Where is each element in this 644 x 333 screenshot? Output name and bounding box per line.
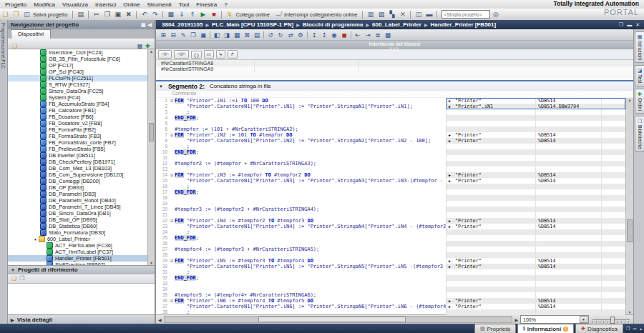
- tree-item-db-parametri-db3[interactable]: DB_Parametri [DB3]: [8, 191, 155, 197]
- tree-item-fb-prelievostrato-fb5[interactable]: FB_PrelievoStrato [FB5]: [8, 146, 155, 152]
- undo-edit-icon[interactable]: ↺: [266, 31, 275, 39]
- start-simulation-icon[interactable]: ▨: [376, 10, 386, 19]
- code-line[interactable]: 37 "Printer".CarattereN1["Printer".iN6] …: [156, 304, 446, 309]
- code-line[interactable]: 22⊟FOR "Printer".iN4 := #tempfor2 TO #te…: [156, 218, 446, 224]
- compare-blocks-icon[interactable]: ⇄: [286, 31, 295, 39]
- delete-icon[interactable]: ✖: [124, 10, 133, 19]
- code-line[interactable]: 32END_FOR;: [156, 275, 446, 281]
- search-project-icon[interactable]: ◎: [491, 10, 500, 19]
- menu-inserisci[interactable]: Inserisci: [92, 1, 119, 8]
- tree-item-act-hmitolabel-fc37[interactable]: ACT_HmiToLabel [FC37]: [8, 249, 155, 255]
- tree-item-db-com-mes-l3-db103[interactable]: DB_Com_Mes_L3 [DB103]: [8, 165, 155, 172]
- auto-collapse-icon[interactable]: ▣: [141, 22, 146, 27]
- diff-view-icon[interactable]: ✚: [145, 43, 150, 49]
- expand-all-networks-icon[interactable]: ◧: [213, 31, 221, 39]
- code-line[interactable]: 31 ;: [156, 269, 446, 275]
- fold-collapse-icon[interactable]: ⊟: [169, 298, 175, 304]
- menu-tool[interactable]: Tool: [175, 1, 193, 8]
- compile-icon[interactable]: ▦: [166, 10, 175, 19]
- reference-projects-header[interactable]: ▼ Progetti di riferimento: [8, 265, 155, 274]
- project-tree[interactable]: Inserzione_Cicli [FC24]OB_35_Filtri_Foto…: [8, 49, 155, 265]
- code-pane[interactable]: 1⊟FOR "Printer".iN1 :=1 TO 100 DO2 "Prin…: [156, 98, 446, 314]
- ladder-branch-icon[interactable]: ⊠: [243, 31, 251, 39]
- scl-code-zone[interactable]: 1⊟FOR "Printer".iN1 :=1 TO 100 DO2 "Prin…: [156, 98, 633, 314]
- print-icon[interactable]: ▤: [76, 10, 85, 19]
- menu-finestra[interactable]: Finestra: [192, 1, 220, 8]
- code-line[interactable]: 28: [156, 252, 446, 258]
- copy-icon[interactable]: ❒: [102, 10, 112, 19]
- interface-variable-row[interactable]: #NrCaratteriSTRINGA9: [156, 66, 633, 73]
- network-comment-icon[interactable]: ▤: [253, 31, 261, 39]
- code-line[interactable]: 12#tempfor2 := (#tempfor + #NrCaratteriS…: [156, 161, 446, 166]
- scroll-right-icon[interactable]: ▶: [514, 317, 518, 322]
- task-card-istruzioni[interactable]: ▦Istruzioni: [635, 31, 644, 63]
- editor-settings-icon[interactable]: ≣: [374, 31, 382, 39]
- code-line[interactable]: 24 ;: [156, 229, 446, 235]
- tree-scroll-up-icon[interactable]: ▲: [148, 49, 155, 54]
- code-line[interactable]: 10END_FOR;: [156, 149, 446, 155]
- code-line[interactable]: 38 ;: [156, 309, 446, 314]
- paste-icon[interactable]: ▣: [113, 10, 122, 19]
- zoom-dropdown-icon[interactable]: ▼: [580, 316, 587, 323]
- code-line[interactable]: 3 ;: [156, 109, 446, 115]
- code-line[interactable]: 18: [156, 195, 446, 201]
- monitoring-on-off-icon[interactable]: ◉: [330, 31, 338, 39]
- breadcrumb-item-handler-printer-fb501[interactable]: Handler_Printer [FB501]: [431, 21, 497, 28]
- tree-item-600-label-printer[interactable]: ▼600_Label_Printer: [8, 236, 155, 242]
- goto-next-icon[interactable]: ⇥: [364, 31, 372, 39]
- editor-horizontal-scrollbar[interactable]: [164, 316, 513, 323]
- breadcrumb-item-3804-20191105[interactable]: 3804_20191105: [162, 21, 203, 28]
- close-editor-icon[interactable]: ✕: [635, 22, 640, 28]
- split-editor-vertical-icon[interactable]: ▬: [424, 10, 434, 19]
- fold-collapse-icon[interactable]: ⊟: [169, 258, 175, 264]
- empty-box-icon[interactable]: ▭: [204, 50, 214, 59]
- rename-icon[interactable]: ✎: [179, 31, 187, 39]
- tree-item-fb-calciatore-fb1[interactable]: FB_Calciatore [FB1]: [8, 107, 155, 114]
- open-project-icon[interactable]: ❐: [11, 10, 21, 19]
- start-cpu-icon[interactable]: ▶: [198, 10, 208, 19]
- close-branch-icon[interactable]: ↱: [228, 50, 237, 59]
- editor-vertical-scrollbar[interactable]: ▲ ▼: [625, 98, 633, 314]
- tree-item-db-stati-op-db95[interactable]: DB_Stati_OP [DB95]: [8, 217, 155, 223]
- code-line[interactable]: 23 "Printer".CarattereN1["Printer".iN4] …: [156, 224, 446, 229]
- upload-block-icon[interactable]: ↥: [320, 31, 328, 39]
- scroll-up-icon[interactable]: ▲: [626, 98, 633, 102]
- goto-previous-icon[interactable]: ⇤: [353, 31, 362, 39]
- save-project-button[interactable]: ◫: [22, 10, 31, 19]
- float-editor-icon[interactable]: ❒: [619, 22, 623, 28]
- code-line[interactable]: 4END_FOR;: [156, 115, 446, 121]
- tree-item-shifttracking-fb502[interactable]: ShiftTracking [FB502]: [8, 262, 155, 265]
- tree-item-op-fc17[interactable]: OP [FC17]: [8, 62, 155, 69]
- statusbar-tab-diagnostica[interactable]: ✚Diagnostica: [575, 324, 623, 333]
- code-line[interactable]: 34: [156, 287, 446, 292]
- scroll-down-icon[interactable]: ▼: [626, 310, 633, 314]
- nc-contact-icon[interactable]: ⊣/⊢: [174, 50, 189, 59]
- code-line[interactable]: 8 "Printer".CarattereN1["Printer".iN2] :…: [156, 138, 446, 144]
- scroll-left-icon[interactable]: ◀: [158, 317, 162, 322]
- delete-network-icon[interactable]: ⊟: [169, 31, 177, 39]
- stop-cpu-icon[interactable]: ■: [209, 10, 218, 19]
- insert-network-icon[interactable]: ⊞: [159, 31, 167, 39]
- browse-project-input[interactable]: [441, 10, 490, 19]
- fold-collapse-icon[interactable]: ⊟: [169, 132, 175, 138]
- code-line[interactable]: 29⊟FOR "Printer".iN5 := #tempfor3 TO #te…: [156, 258, 446, 264]
- details-view-bar[interactable]: ▶ Vista dettagli: [8, 314, 155, 324]
- code-line[interactable]: 36⊟FOR "Printer".iN6 := #tempfor4 TO #te…: [156, 298, 446, 304]
- editor-help-icon[interactable]: ▩: [384, 31, 392, 39]
- portal-view-strip[interactable]: Programmazione PLC: [0, 20, 8, 324]
- close-reference-icon[interactable]: ❐: [19, 275, 24, 282]
- tree-item-stato-formatura-db30[interactable]: Stato_Formatura [DB30]: [8, 229, 155, 236]
- collapse-panel-icon[interactable]: ◀: [148, 22, 152, 27]
- tree-item-db-conteggi-db200[interactable]: DB_Conteggi [DB200]: [8, 178, 155, 184]
- tree-item-db-com-supervisione-db120[interactable]: DB_Com_Supervisione [DB120]: [8, 172, 155, 178]
- tree-item-s-rtw-fc1927[interactable]: S_RTW [FC1927]: [8, 81, 155, 88]
- expander-icon[interactable]: ▼: [34, 237, 37, 242]
- code-line[interactable]: 27#tempfor4 := (#tempfor3 + #NrCaratteri…: [156, 247, 446, 252]
- tree-item-fb-dosatore-v2-fb8[interactable]: FB_Dosatore_v2 [FB8]: [8, 120, 155, 126]
- tree-item-db-parametri-robot-db40[interactable]: DB_Parametri_Robot [DB40]: [8, 197, 155, 204]
- code-line[interactable]: 35#tempfor5 := (#tempfor4+ #NrCaratteriS…: [156, 292, 446, 298]
- tree-scroll-thumb[interactable]: [149, 123, 154, 141]
- statusbar-tab-propriet[interactable]: ▨Proprietà: [474, 324, 516, 333]
- tree-item-db-parametri-t-linee-db45[interactable]: DB_Parametri_T_Linee [DB45]: [8, 204, 155, 210]
- interface-variable-row[interactable]: #NrCaratteriSTRINGA8: [156, 60, 633, 66]
